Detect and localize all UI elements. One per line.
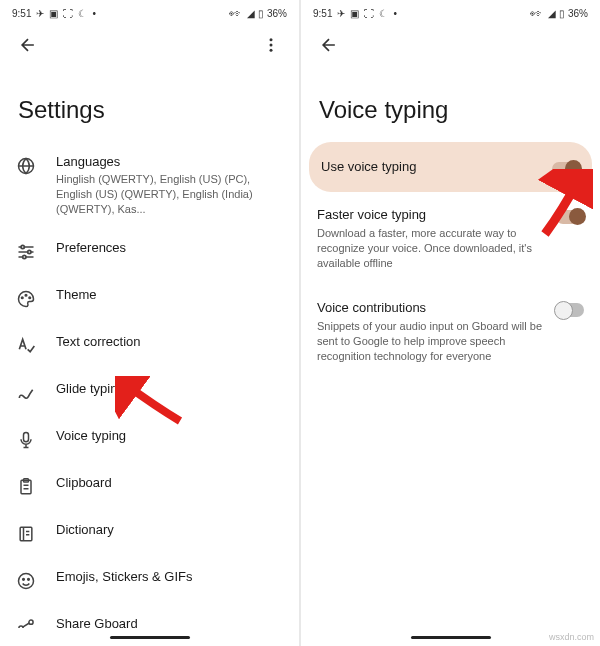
share-icon xyxy=(14,616,38,628)
battery-text: 36% xyxy=(267,8,287,19)
setting-voice-contributions[interactable]: Voice contributions Snippets of your aud… xyxy=(301,285,600,378)
toggle-voice-contributions[interactable] xyxy=(556,303,584,317)
signal-icon: ◢ xyxy=(548,8,556,19)
arrow-back-icon xyxy=(18,35,38,55)
setting-share-gboard[interactable]: Share Gboard xyxy=(0,604,299,628)
svg-point-16 xyxy=(28,578,30,580)
svg-point-4 xyxy=(21,245,24,248)
wifi-icon: ◉ᯤ xyxy=(530,8,545,19)
page-title: Voice typing xyxy=(301,68,600,142)
setting-title: Emojis, Stickers & GIFs xyxy=(56,568,285,586)
vt-sub: Snippets of your audio input on Gboard w… xyxy=(317,319,546,364)
mic-icon xyxy=(14,428,38,452)
setting-title: Theme xyxy=(56,286,285,304)
page-title: Settings xyxy=(0,68,299,142)
setting-title: Languages xyxy=(56,153,285,171)
setting-preferences[interactable]: Preferences xyxy=(0,228,299,275)
setting-title: Dictionary xyxy=(56,521,285,539)
tune-icon xyxy=(14,240,38,264)
back-button[interactable] xyxy=(10,27,46,63)
setting-title: Voice typing xyxy=(56,427,285,445)
vt-title: Use voice typing xyxy=(321,158,542,176)
status-time: 9:51 xyxy=(313,8,332,19)
setting-title: Glide typing xyxy=(56,380,285,398)
wifi-icon: ◉ᯤ xyxy=(229,8,244,19)
more-button[interactable] xyxy=(253,27,289,63)
toggle-faster-voice-typing[interactable] xyxy=(556,210,584,224)
svg-point-6 xyxy=(23,255,26,258)
status-bar: 9:51 ✈ ▣ ⛶ ☾ • ◉ᯤ ◢ ▯ 36% xyxy=(0,0,299,22)
battery-text: 36% xyxy=(568,8,588,19)
arrow-back-icon xyxy=(319,35,339,55)
setting-faster-voice-typing[interactable]: Faster voice typing Download a faster, m… xyxy=(301,192,600,285)
setting-title: Share Gboard xyxy=(56,615,285,628)
svg-point-14 xyxy=(19,573,34,588)
svg-point-5 xyxy=(28,250,31,253)
toolbar xyxy=(0,22,299,68)
spellcheck-icon xyxy=(14,334,38,358)
back-button[interactable] xyxy=(311,27,347,63)
dot-icon: • xyxy=(393,8,397,19)
moon-icon: ☾ xyxy=(379,8,388,19)
svg-point-8 xyxy=(25,294,27,296)
dictionary-icon xyxy=(14,522,38,546)
settings-list: Languages Hinglish (QWERTY), English (US… xyxy=(0,142,299,628)
status-bar: 9:51 ✈ ▣ ⛶ ☾ • ◉ᯤ ◢ ▯ 36% xyxy=(301,0,600,22)
right-screen: 9:51 ✈ ▣ ⛶ ☾ • ◉ᯤ ◢ ▯ 36% Voice typing U… xyxy=(301,0,600,646)
status-time: 9:51 xyxy=(12,8,31,19)
svg-point-2 xyxy=(270,49,273,52)
setting-text-correction[interactable]: Text correction xyxy=(0,322,299,369)
status-app-icon2: ⛶ xyxy=(63,8,73,19)
setting-clipboard[interactable]: Clipboard xyxy=(0,463,299,510)
setting-dictionary[interactable]: Dictionary xyxy=(0,510,299,557)
palette-icon xyxy=(14,287,38,311)
svg-point-15 xyxy=(23,578,25,580)
setting-title: Preferences xyxy=(56,239,285,257)
more-vert-icon xyxy=(262,36,280,54)
status-app-icon: ▣ xyxy=(350,8,359,19)
voice-typing-list: Use voice typing Faster voice typing Dow… xyxy=(301,142,600,628)
telegram-icon: ✈ xyxy=(337,8,345,19)
svg-point-9 xyxy=(29,297,31,299)
vt-title: Faster voice typing xyxy=(317,206,546,224)
moon-icon: ☾ xyxy=(78,8,87,19)
battery-icon: ▯ xyxy=(258,8,264,19)
left-screen: 9:51 ✈ ▣ ⛶ ☾ • ◉ᯤ ◢ ▯ 36% Settings Langu… xyxy=(0,0,299,646)
vt-sub: Download a faster, more accurate way to … xyxy=(317,226,546,271)
status-app-icon: ▣ xyxy=(49,8,58,19)
nav-bar xyxy=(0,628,299,646)
toolbar xyxy=(301,22,600,68)
setting-theme[interactable]: Theme xyxy=(0,275,299,322)
setting-sub: Hinglish (QWERTY), English (US) (PC), En… xyxy=(56,172,285,217)
svg-point-7 xyxy=(21,297,23,299)
setting-emojis[interactable]: Emojis, Stickers & GIFs xyxy=(0,557,299,604)
signal-icon: ◢ xyxy=(247,8,255,19)
vt-title: Voice contributions xyxy=(317,299,546,317)
setting-glide-typing[interactable]: Glide typing xyxy=(0,369,299,416)
clipboard-icon xyxy=(14,475,38,499)
battery-icon: ▯ xyxy=(559,8,565,19)
setting-title: Clipboard xyxy=(56,474,285,492)
setting-languages[interactable]: Languages Hinglish (QWERTY), English (US… xyxy=(0,142,299,228)
setting-title: Text correction xyxy=(56,333,285,351)
watermark: wsxdn.com xyxy=(549,632,594,642)
svg-point-0 xyxy=(270,38,273,41)
telegram-icon: ✈ xyxy=(36,8,44,19)
status-app-icon2: ⛶ xyxy=(364,8,374,19)
emoji-icon xyxy=(14,569,38,593)
svg-point-1 xyxy=(270,44,273,47)
globe-icon xyxy=(14,154,38,178)
svg-rect-13 xyxy=(20,527,32,540)
svg-rect-10 xyxy=(24,432,29,441)
setting-use-voice-typing[interactable]: Use voice typing xyxy=(309,142,592,192)
dot-icon: • xyxy=(92,8,96,19)
setting-voice-typing[interactable]: Voice typing xyxy=(0,416,299,463)
gesture-icon xyxy=(14,381,38,405)
nav-pill[interactable] xyxy=(411,636,491,639)
toggle-use-voice-typing[interactable] xyxy=(552,162,580,176)
nav-pill[interactable] xyxy=(110,636,190,639)
